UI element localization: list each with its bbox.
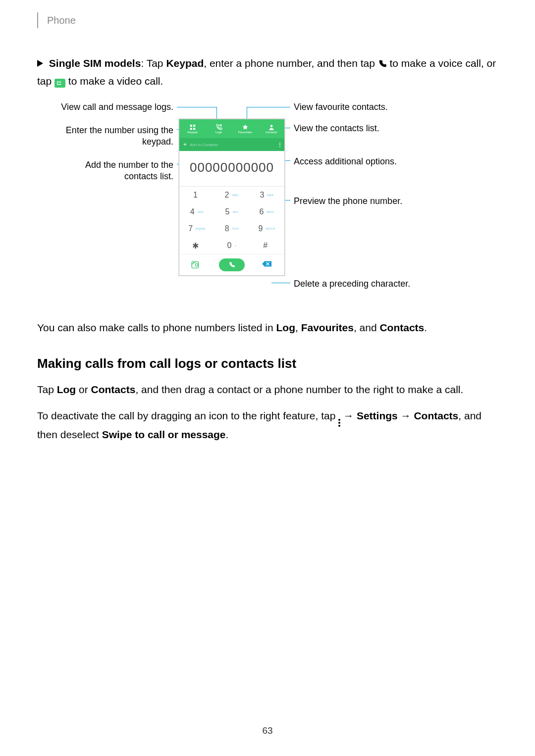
key-hash[interactable]: # — [249, 237, 284, 254]
page-number: 63 — [0, 725, 535, 736]
keypad: 1 2ABC 3DEF 4GHI 5JKL 6MNO 7PQRS 8TUV 9W… — [179, 187, 284, 254]
key-3[interactable]: 3DEF — [249, 187, 284, 203]
svg-rect-3 — [193, 125, 195, 127]
callout-contacts-list: View the contacts list. — [294, 123, 418, 134]
svg-point-1 — [59, 82, 61, 84]
key-2[interactable]: 2ABC — [214, 187, 250, 203]
number-display: 00000000000 — [179, 151, 284, 187]
tab-contacts[interactable]: Contacts — [258, 119, 284, 138]
key-1[interactable]: 1 — [179, 187, 214, 203]
backspace-button[interactable] — [262, 260, 272, 269]
add-to-contacts-label: Add to Contacts — [187, 143, 279, 147]
callout-favourites: View favourite contacts. — [294, 101, 418, 113]
phone-handset-icon — [378, 57, 387, 73]
body-paragraph-2: You can also make calls to phone numbers… — [37, 320, 498, 336]
callout-add-contact: Add the number to the contacts list. — [50, 159, 173, 183]
svg-rect-5 — [193, 128, 195, 130]
key-9[interactable]: 9WXYZ — [249, 220, 284, 237]
key-5[interactable]: 5JKL — [214, 203, 250, 220]
key-7[interactable]: 7PQRS — [179, 220, 214, 237]
header-accent-bar — [37, 12, 38, 28]
svg-point-6 — [270, 125, 272, 127]
action-row — [179, 254, 284, 275]
call-button[interactable] — [219, 258, 245, 271]
key-6[interactable]: 6MNO — [249, 203, 284, 220]
header-title: Phone — [47, 15, 76, 26]
video-call-icon — [54, 79, 65, 88]
key-4[interactable]: 4GHI — [179, 203, 214, 220]
intro-bold-model: Single SIM models — [49, 57, 141, 69]
add-to-contacts-bar[interactable]: + Add to Contacts — [179, 138, 284, 151]
page-header: Phone — [37, 15, 498, 28]
key-8[interactable]: 8TUV — [214, 220, 250, 237]
svg-point-8 — [196, 263, 198, 266]
bullet-triangle-icon — [37, 60, 43, 67]
intro-paragraph: Single SIM models: Tap Keypad, enter a p… — [37, 55, 498, 89]
svg-rect-2 — [190, 125, 192, 127]
leader-line — [177, 107, 216, 107]
plus-icon: + — [183, 141, 187, 148]
tab-keypad[interactable]: Keypad — [179, 119, 206, 138]
callout-logs: View call and message logs. — [50, 101, 173, 113]
video-call-button[interactable] — [191, 260, 202, 269]
leader-line — [247, 107, 290, 107]
callout-more-options: Access additional options. — [294, 156, 418, 167]
callout-delete-char: Delete a preceding character. — [294, 278, 418, 290]
body-paragraph-3: Tap Log or Contacts, and then drag a con… — [37, 382, 498, 398]
more-options-icon[interactable] — [279, 143, 280, 147]
tab-logs[interactable]: Logs — [206, 119, 232, 138]
key-0[interactable]: 0+ — [214, 237, 250, 254]
phone-tabs: Keypad Logs Favourites Contacts — [179, 119, 284, 138]
phone-diagram: View call and message logs. Enter the nu… — [37, 101, 498, 309]
body-paragraph-4: To deactivate the call by dragging an ic… — [37, 408, 498, 443]
callout-keypad: Enter the number using the keypad. — [50, 125, 173, 148]
tab-favourites[interactable]: Favourites — [232, 119, 258, 138]
key-star[interactable]: ✱ — [179, 237, 214, 254]
svg-rect-4 — [190, 128, 192, 130]
leader-line — [271, 283, 290, 283]
callout-preview-number: Preview the phone number. — [294, 196, 418, 207]
intro-bold-keypad: Keypad — [166, 57, 204, 69]
section-title: Making calls from call logs or contacts … — [37, 356, 498, 371]
phone-screenshot: Keypad Logs Favourites Contacts + Add to… — [179, 119, 285, 276]
